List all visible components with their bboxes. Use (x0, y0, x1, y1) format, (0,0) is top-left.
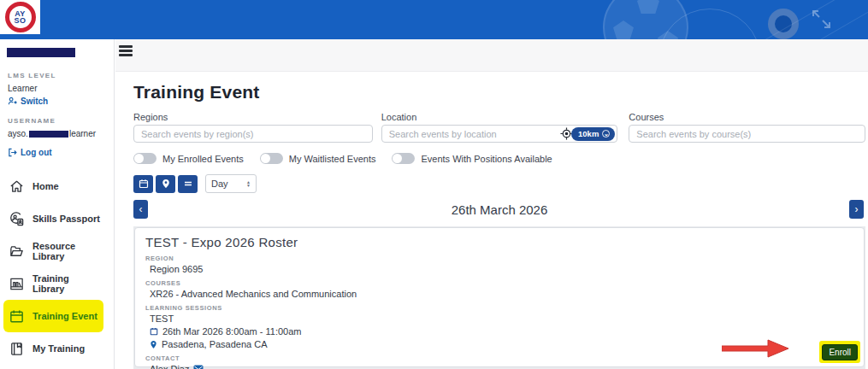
sidebar-item-skills-passport[interactable]: Skills Passport (3, 202, 103, 235)
sidebar-item-label: Skills Passport (32, 214, 100, 224)
event-card[interactable]: TEST - Expo 2026 Roster REGION Region 96… (134, 227, 865, 367)
resource-library-icon (9, 243, 25, 260)
sidebar-item-resource-library[interactable]: Resource Library (3, 235, 103, 267)
courses-filter: Courses (629, 112, 865, 143)
calendar-view-icon (139, 179, 149, 189)
calendar-view-button[interactable] (133, 175, 153, 193)
list-view-button[interactable] (178, 175, 198, 193)
session-location: Pasadena, Pasadena CA (162, 339, 268, 349)
learning-sessions-label: LEARNING SESSIONS (145, 304, 853, 312)
region-label: REGION (145, 255, 853, 262)
contact-row: Alex Diaz (150, 364, 853, 369)
calendar-icon (9, 308, 25, 325)
view-mode-row: Day ▲▼ (133, 174, 865, 193)
logout-label: Log out (21, 148, 52, 157)
session-datetime-row: 26th Mar 2026 8:00am - 11:00am (150, 326, 853, 337)
location-filter: Location 10km ⌄ (381, 112, 618, 143)
region-value: Region 9695 (150, 264, 853, 274)
toggle-switch[interactable] (133, 153, 156, 164)
app-header (0, 0, 868, 39)
email-icon[interactable] (193, 365, 204, 369)
sidebar-item-help[interactable]: Help (3, 365, 103, 369)
regions-filter: Regions (133, 112, 373, 143)
switch-role-link[interactable]: Switch (8, 97, 114, 106)
logout-link[interactable]: Log out (8, 148, 114, 157)
arrows-decoration (811, 9, 836, 32)
toggle-switch[interactable] (392, 153, 415, 164)
courses-label: Courses (629, 112, 865, 122)
redacted-username (29, 131, 68, 138)
annotation-highlight: Enroll (819, 341, 860, 363)
ayso-logo[interactable]: AY SO (0, 0, 40, 34)
view-range-select[interactable]: Day ▲▼ (205, 174, 257, 193)
previous-day-button[interactable]: ‹ (133, 200, 148, 219)
toggle-my-enrolled-events[interactable]: My Enrolled Events (133, 153, 244, 164)
radius-value: 10km (578, 129, 599, 138)
regions-search-input[interactable] (133, 125, 373, 143)
sidebar: LMS LEVEL Learner Switch USERNAME ayso.l… (0, 39, 115, 369)
event-title: TEST - Expo 2026 Roster (145, 235, 853, 249)
toggle-switch[interactable] (260, 153, 283, 164)
list-view-icon (183, 179, 193, 189)
sidebar-item-label: My Training (32, 343, 85, 354)
username-value: ayso.learner (8, 129, 114, 138)
top-toolbar (115, 39, 868, 72)
location-pin-icon (150, 340, 157, 349)
filters-row: Regions Location 10km (133, 112, 865, 143)
map-view-button[interactable] (156, 175, 175, 193)
day-view-grid: TEST - Expo 2026 Roster REGION Region 96… (133, 226, 865, 369)
sidebar-item-my-training[interactable]: My Training (3, 332, 103, 365)
page-title: Training Event (133, 82, 865, 102)
enroll-button[interactable]: Enroll (822, 344, 858, 360)
training-library-icon (9, 276, 25, 292)
hamburger-menu-icon[interactable] (119, 45, 133, 58)
chevron-down-icon: ⌄ (602, 130, 610, 138)
home-icon (9, 179, 25, 195)
toggle-my-waitlisted-events[interactable]: My Waitlisted Events (260, 153, 376, 164)
sidebar-item-training-event[interactable]: Training Event (3, 300, 103, 332)
toggle-label: Events With Positions Available (421, 154, 552, 164)
switch-label: Switch (21, 97, 48, 106)
courses-label: COURSES (145, 279, 853, 287)
ayso-logo-badge: AY SO (5, 2, 36, 32)
main-area: Training Event Regions Location (115, 39, 868, 369)
next-day-button[interactable]: › (849, 200, 864, 219)
sidebar-item-label: Home (32, 181, 59, 191)
main-content: Training Event Regions Location (115, 72, 868, 369)
redacted-user-name (7, 48, 75, 57)
date-navigation: ‹ 26th March 2026 › (133, 200, 865, 220)
map-pin-icon (161, 179, 171, 189)
radius-dropdown[interactable]: 10km ⌄ (571, 127, 615, 141)
username-label: USERNAME (8, 117, 114, 125)
sidebar-item-home[interactable]: Home (3, 170, 103, 202)
lms-level-value: Learner (8, 84, 114, 93)
contact-name: Alex Diaz (150, 364, 189, 369)
sidebar-item-label: Resource Library (32, 241, 103, 261)
toggle-label: My Waitlisted Events (289, 154, 376, 164)
logout-icon (8, 148, 17, 157)
view-range-value: Day (211, 179, 228, 189)
switch-user-icon (8, 97, 17, 106)
session-datetime: 26th Mar 2026 8:00am - 11:00am (162, 326, 301, 337)
sidebar-item-label: Training Event (32, 311, 97, 321)
sidebar-item-training-library[interactable]: Training Library (3, 267, 103, 300)
courses-value: XR26 - Advanced Mechanics and Communicat… (150, 289, 853, 299)
current-date-title: 26th March 2026 (133, 200, 865, 217)
courses-search-input[interactable] (629, 125, 865, 143)
location-label: Location (381, 112, 618, 122)
lms-level-label: LMS LEVEL (8, 72, 114, 79)
skills-passport-icon (9, 211, 25, 227)
toggle-events-with-positions[interactable]: Events With Positions Available (392, 153, 552, 164)
toggles-row: My Enrolled Events My Waitlisted Events … (133, 153, 865, 164)
session-name: TEST (150, 313, 853, 324)
calendar-icon (150, 327, 158, 336)
select-arrows-icon: ▲▼ (246, 180, 251, 187)
annotation-arrow (722, 337, 790, 360)
toggle-label: My Enrolled Events (162, 154, 244, 164)
regions-label: Regions (133, 112, 373, 122)
sidebar-nav: Home Skills Passport (0, 170, 114, 369)
my-training-icon (9, 341, 25, 357)
sidebar-item-label: Training Library (32, 273, 103, 294)
